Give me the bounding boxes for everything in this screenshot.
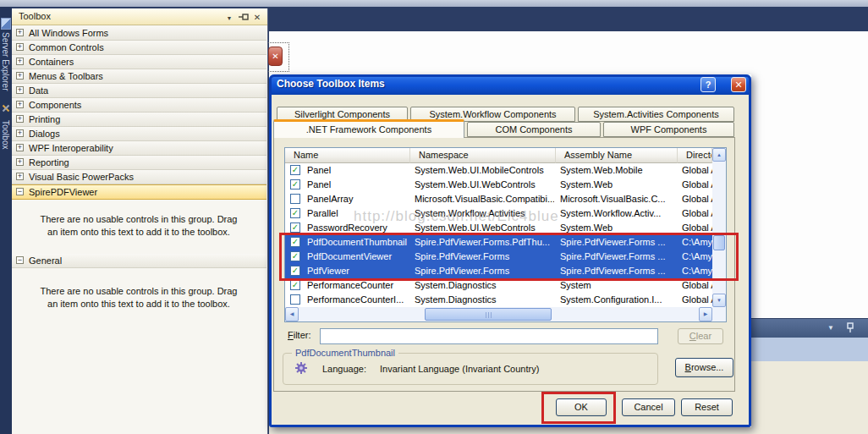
tab-system-activities-components[interactable]: System.Activities Components [578,107,734,122]
browse-button[interactable]: Browse... [675,358,733,377]
cell-assembly: Microsoft.VisualBasic.C... [560,192,673,206]
expand-icon[interactable]: + [16,115,24,123]
collapse-icon[interactable]: − [16,256,24,264]
cell-assembly: System [560,278,673,293]
cell-name: PanelArray [307,192,407,206]
expand-icon[interactable]: + [16,29,24,36]
ok-button[interactable]: OK [556,398,607,416]
cell-assembly: Spire.PdfViewer.Forms ... [560,235,673,250]
cell-name: PdfViewer [307,264,407,278]
close-icon[interactable]: ✕ [251,12,263,23]
horizontal-scroll-thumb[interactable] [425,308,552,321]
toolbox-group-label: Visual Basic PowerPacks [29,170,134,184]
scroll-up-icon[interactable]: ▲ [712,148,726,162]
scroll-left-icon[interactable]: ◀ [285,307,299,321]
toolbox-group-reporting[interactable]: +Reporting [12,156,266,170]
row-checkbox[interactable]: ✓ [290,179,300,190]
row-checkbox[interactable]: ✓ [290,165,300,175]
toolbox-group-all-windows-forms[interactable]: +All Windows Forms [12,26,266,41]
sidebar-tab-server-explorer[interactable]: Server Explorer [0,32,11,91]
cell-assembly: System.Web [560,178,673,192]
toolbox-empty-hint: There are no usable controls in this gro… [17,213,261,239]
designer-form-close-button[interactable]: ✕ [268,47,283,66]
table-row[interactable]: PanelArrayMicrosoft.VisualBasic.Compatib… [285,192,712,206]
cell-namespace: System.Web.UI.WebControls [415,178,554,192]
help-button[interactable]: ? [700,77,716,92]
filter-label: Filter: [288,330,311,340]
row-checkbox[interactable]: ✓ [290,266,300,276]
expand-icon[interactable]: + [16,86,24,94]
vertical-scroll-thumb[interactable] [713,235,725,250]
chevron-down-icon[interactable]: ▼ [223,12,235,23]
toolbox-group-containers[interactable]: +Containers [12,55,266,69]
table-row[interactable]: ✓PasswordRecoverySystem.Web.UI.WebContro… [285,221,712,235]
toolbox-group-common-controls[interactable]: +Common Controls [12,41,266,55]
cell-directory: Global Ass [682,278,712,293]
scroll-right-icon[interactable]: ▶ [699,307,712,321]
row-checkbox[interactable]: ✓ [290,280,300,290]
clear-button[interactable]: Clear [678,328,723,344]
toolbox-group-menus-toolbars[interactable]: +Menus & Toolbars [12,69,266,84]
expand-icon[interactable]: + [16,173,24,180]
expand-icon[interactable]: + [16,43,24,51]
column-header-namespace[interactable]: Namespace [410,148,556,163]
filter-input[interactable] [320,328,658,344]
table-row[interactable]: ✓PdfDocumentThumbnailSpire.PdfViewer.For… [285,235,712,250]
toolbox-group-list: +All Windows Forms+Common Controls+Conta… [12,26,266,200]
toolbox-group-label: Reporting [29,156,69,169]
table-row[interactable]: ✓PdfDocumentViewerSpire.PdfViewer.FormsS… [285,250,712,264]
collapse-icon[interactable]: − [16,188,24,195]
toolbox-group-dialogs[interactable]: +Dialogs [12,127,266,141]
tab-wpf-components[interactable]: WPF Components [603,122,734,137]
expand-icon[interactable]: + [16,158,24,166]
toolbox-rail-icon [1,102,11,114]
row-checkbox[interactable]: ✓ [290,208,300,218]
table-row[interactable]: ✓PerformanceCounterSystem.DiagnosticsSys… [285,278,712,293]
column-header-directory[interactable]: Directory [678,148,712,163]
table-row[interactable]: PerformanceCounterI...System.Diagnostics… [285,293,712,307]
scroll-down-icon[interactable]: ▼ [712,294,726,307]
toolbox-group-visual-basic-powerpacks[interactable]: +Visual Basic PowerPacks [12,170,266,184]
expand-icon[interactable]: + [16,101,24,108]
table-header: Name Namespace Assembly Name Directory [285,148,712,163]
expand-icon[interactable]: + [16,72,24,80]
table-row[interactable]: ✓PanelSystem.Web.UI.WebControlsSystem.We… [285,178,712,192]
row-checkbox[interactable] [290,194,300,204]
vertical-scrollbar[interactable]: ▲ ▼ [712,148,726,307]
toolbox-group-general[interactable]: − General [12,254,266,268]
row-checkbox[interactable]: ✓ [290,222,300,233]
row-checkbox[interactable]: ✓ [290,251,300,261]
table-row[interactable]: ✓ParallelSystem.Workflow.ActivitiesSyste… [285,206,712,221]
pin-icon[interactable] [238,12,250,23]
column-header-assembly[interactable]: Assembly Name [556,148,678,163]
table-row[interactable]: ✓PanelSystem.Web.UI.MobileControlsSystem… [285,163,712,178]
row-checkbox[interactable]: ✓ [290,237,300,247]
language-value: Invariant Language (Invariant Country) [380,364,539,374]
expand-icon[interactable]: + [16,144,24,151]
tab-com-components[interactable]: COM Components [467,122,601,137]
horizontal-scrollbar[interactable]: ◀ ▶ [285,307,712,321]
toolbox-group-spirepdfviewer[interactable]: −SpirePDFViewer [12,184,266,200]
toolbox-group-label: Menus & Toolbars [29,69,103,83]
expand-icon[interactable]: + [16,58,24,65]
table-row[interactable]: ✓PdfViewerSpire.PdfViewer.FormsSpire.Pdf… [285,264,712,278]
row-checkbox[interactable] [290,294,300,305]
cell-name: PdfDocumentViewer [307,250,407,264]
cancel-button[interactable]: Cancel [622,398,675,416]
close-button[interactable]: ✕ [731,77,746,92]
choose-toolbox-items-dialog: Choose Toolbox Items ? ✕ Silverlight Com… [269,74,751,427]
chevron-down-icon[interactable]: ▼ [827,325,834,332]
expand-icon[interactable]: + [16,129,24,137]
cell-namespace: System.Workflow.Activities [415,206,554,221]
column-header-name[interactable]: Name [285,148,410,163]
tab-net-framework-components[interactable]: .NET Framework Components [273,119,464,138]
cell-assembly: System.Web [560,221,673,235]
toolbox-group-printing[interactable]: +Printing [12,113,266,127]
toolbox-group-data[interactable]: +Data [12,84,266,98]
reset-button[interactable]: Reset [681,398,733,416]
toolbox-group-components[interactable]: +Components [12,98,266,113]
sidebar-tab-toolbox[interactable]: Toolbox [0,120,11,149]
cell-namespace: System.Diagnostics [415,278,554,293]
toolbox-group-wpf-interoperability[interactable]: +WPF Interoperability [12,141,266,156]
pin-icon[interactable] [846,322,854,335]
